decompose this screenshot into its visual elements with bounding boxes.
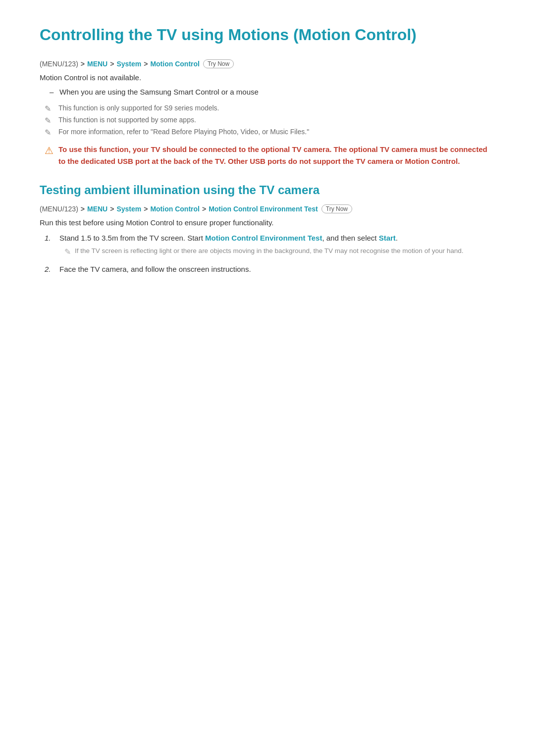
run-intro: Run this test before using Motion Contro… [40, 218, 495, 227]
step-1: 1. Stand 1.5 to 3.5m from the TV screen.… [45, 234, 495, 258]
breadcrumb-menu: MENU [87, 60, 107, 68]
breadcrumb2-system: System [116, 205, 141, 213]
breadcrumb2-menu: MENU [87, 205, 107, 213]
breadcrumb2-sep2: > [110, 205, 114, 213]
steps-list: 1. Stand 1.5 to 3.5m from the TV screen.… [45, 234, 495, 273]
step1-text-after: . [396, 234, 398, 242]
step-number-1: 1. [45, 234, 51, 242]
breadcrumb-system: System [116, 60, 141, 68]
pencil-icon-3: ✎ [45, 128, 51, 137]
pencil-icon-4: ✎ [64, 246, 71, 258]
warning-icon: ⚠ [45, 145, 54, 156]
page-title: Controlling the TV using Motions (Motion… [40, 25, 495, 46]
section2-title: Testing ambient illumination using the T… [40, 182, 495, 198]
note-list: ✎ This function is only supported for S9… [45, 104, 495, 136]
breadcrumb-motion-control: Motion Control [150, 60, 200, 68]
step-2: 2. Face the TV camera, and follow the on… [45, 265, 495, 273]
note-item-1: ✎ This function is only supported for S9… [45, 104, 495, 112]
breadcrumb-sep3: > [144, 60, 148, 68]
breadcrumb2-env-test: Motion Control Environment Test [209, 205, 318, 213]
step1-subnote: ✎ If the TV screen is reflecting light o… [64, 246, 495, 258]
step1-subnote-text: If the TV screen is reflecting light or … [75, 246, 463, 256]
bullet-list: When you are using the Samsung Smart Con… [50, 88, 495, 96]
section1-intro: Motion Control is not available. [40, 73, 495, 82]
step1-link1[interactable]: Motion Control Environment Test [205, 234, 322, 242]
note-item-3: ✎ For more information, refer to "Read B… [45, 128, 495, 136]
breadcrumb-sep2: > [110, 60, 114, 68]
note-item-2: ✎ This function is not supported by some… [45, 116, 495, 124]
step1-text-before: Stand 1.5 to 3.5m from the TV screen. St… [59, 234, 205, 242]
breadcrumb2-sep4: > [202, 205, 206, 213]
pencil-icon-2: ✎ [45, 116, 51, 125]
breadcrumb-sep1: > [81, 60, 85, 68]
breadcrumb2-sep1: > [81, 205, 85, 213]
breadcrumb2-motion-control: Motion Control [150, 205, 200, 213]
breadcrumb-section2: (MENU/123) > MENU > System > Motion Cont… [40, 204, 495, 213]
breadcrumb-section1: (MENU/123) > MENU > System > Motion Cont… [40, 59, 495, 68]
pencil-icon-1: ✎ [45, 104, 51, 113]
try-now-badge-2[interactable]: Try Now [321, 204, 352, 213]
breadcrumb2-menu123: (MENU/123) [40, 205, 78, 213]
breadcrumb2-sep3: > [144, 205, 148, 213]
bullet-item-1: When you are using the Samsung Smart Con… [50, 88, 495, 96]
step1-text-middle: , and then select [322, 234, 378, 242]
step2-text: Face the TV camera, and follow the onscr… [59, 265, 251, 273]
warning-box: ⚠ To use this function, your TV should b… [45, 144, 495, 167]
warning-text: To use this function, your TV should be … [58, 144, 495, 167]
step-number-2: 2. [45, 265, 51, 273]
step1-link2[interactable]: Start [379, 234, 396, 242]
try-now-badge-1[interactable]: Try Now [203, 59, 234, 68]
breadcrumb-menu123: (MENU/123) [40, 60, 78, 68]
